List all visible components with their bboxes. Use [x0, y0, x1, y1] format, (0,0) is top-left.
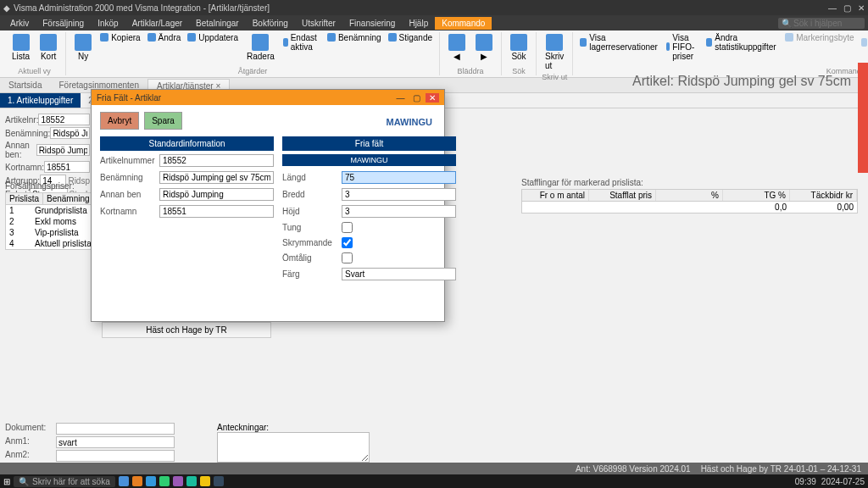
dlg-Annan ben-label: Annan ben	[100, 190, 159, 199]
dialog-close-button[interactable]: ✕	[426, 93, 439, 103]
dlg-Höjd-input[interactable]	[342, 205, 456, 218]
menu-artiklar/lager[interactable]: Artiklar/Lager	[125, 17, 189, 30]
subtab[interactable]: 1. Artikeluppgifter	[0, 93, 81, 108]
task-icon[interactable]	[146, 476, 156, 486]
dlg-Skrymmande-check[interactable]	[342, 237, 353, 248]
rgrid-col: Stafflat pris	[589, 190, 656, 201]
anm1-input[interactable]	[56, 436, 175, 448]
ribbon-kort[interactable]: Kort	[36, 32, 60, 63]
task-icon[interactable]	[159, 476, 170, 486]
ribbon-group-label: Skriv ut	[542, 73, 567, 81]
menu-utskrifter[interactable]: Utskrifter	[295, 17, 342, 30]
ribbon-ny[interactable]: Ny	[71, 32, 95, 63]
ribbon-group-label: Sök	[507, 67, 531, 75]
ribbon-◀[interactable]: ◀	[445, 32, 469, 63]
col2-header: Fria fält	[282, 136, 456, 151]
dlg-Längd-label: Längd	[282, 173, 342, 182]
ribbon-skriv-ut[interactable]: Skriv ut	[542, 32, 567, 72]
task-icon[interactable]	[186, 476, 197, 486]
ribbon-lista[interactable]: Lista	[8, 32, 33, 63]
ribbon-sök[interactable]: Sök	[507, 32, 531, 63]
dialog-max-button[interactable]: ▢	[409, 93, 423, 103]
anteckningar-input[interactable]	[217, 432, 370, 463]
dlg-Bredd-label: Bredd	[282, 190, 342, 199]
ribbon-ändra[interactable]: Ändra	[146, 32, 183, 43]
status-text: Häst och Hage by TR 24-01-01 – 24-12-31	[701, 464, 861, 474]
menu-finansiering[interactable]: Finansiering	[342, 17, 402, 30]
kortnamn-input[interactable]	[44, 161, 90, 173]
anteckningar-label: Anteckningar:	[217, 423, 269, 432]
ribbon-▶[interactable]: ▶	[472, 32, 496, 63]
dlg-Artikelnummer-label: Artikelnummer	[100, 156, 159, 165]
rgrid-col: Täckbidr kr	[790, 190, 857, 201]
ribbon-markeringsbyte: Markeringsbyte	[783, 32, 855, 43]
menu-bokföring[interactable]: Bokföring	[246, 17, 295, 30]
menu-försäljning[interactable]: Försäljning	[36, 17, 91, 30]
menu-kommando[interactable]: Kommando	[435, 17, 492, 30]
anm2-label: Anm2:	[5, 450, 56, 462]
help-search-input[interactable]	[793, 19, 861, 28]
ribbon-visa-fifo-priser[interactable]: Visa FIFO-priser	[665, 32, 701, 62]
dlg-Tung-check[interactable]	[342, 222, 353, 233]
dlg-Längd-input[interactable]	[342, 171, 456, 184]
benamning-label: Benämning:	[5, 129, 50, 138]
menu-betalningar[interactable]: Betalningar	[189, 17, 246, 30]
task-icon[interactable]	[132, 476, 142, 486]
dialog-min-button[interactable]: —	[393, 93, 407, 103]
task-icon[interactable]	[173, 476, 183, 486]
tray-date: 2024-07-25	[821, 477, 865, 486]
dlg-Kortnamn-input[interactable]	[159, 205, 274, 218]
menu-arkiv[interactable]: Arkiv	[3, 17, 36, 30]
close-button[interactable]: ✕	[858, 3, 865, 13]
ribbon-benämning[interactable]: Benämning	[326, 32, 383, 43]
col2-sub: MAWINGU	[282, 154, 456, 166]
dlg-Färg-label: Färg	[282, 269, 342, 279]
dlg-Annan ben-input[interactable]	[159, 188, 274, 201]
rgrid-col: TG %	[723, 190, 790, 201]
dlg-Bredd-input[interactable]	[342, 188, 456, 201]
tab-startsida[interactable]: Startsida	[0, 79, 50, 92]
ribbon-kopiera[interactable]: Kopiera	[98, 32, 142, 43]
pricelist-col: Benämning	[43, 193, 94, 204]
dlg-Höjd-label: Höjd	[282, 207, 342, 216]
artikelnr-input[interactable]	[38, 114, 90, 125]
ribbon-group-label: Aktuell vy	[8, 67, 60, 75]
start-button[interactable]: ⊞	[3, 477, 10, 486]
max-button[interactable]: ▢	[843, 3, 851, 13]
rgrid-row[interactable]: 0,00,00	[522, 202, 857, 213]
status-version: Ant: V668998 Version 2024.01	[576, 464, 691, 474]
dokument-input[interactable]	[56, 423, 175, 435]
menu-inköp[interactable]: Inköp	[91, 17, 125, 30]
taskbar-search[interactable]: 🔍Skriv här för att söka	[14, 476, 115, 487]
task-icon[interactable]	[119, 476, 129, 486]
dlg-Färg-input[interactable]	[342, 268, 456, 280]
ribbon-stigande[interactable]: Stigande	[387, 32, 434, 43]
save-button[interactable]: Spara	[144, 112, 182, 130]
ribbon-radera[interactable]: Radera	[243, 32, 278, 63]
ribbon-uppdatera[interactable]: Uppdatera	[186, 32, 240, 43]
task-icon[interactable]	[214, 476, 224, 486]
anm2-input[interactable]	[56, 450, 175, 462]
task-icon[interactable]	[200, 476, 210, 486]
search-icon: 🔍	[782, 19, 792, 28]
page-title: Artikel: Ridspö Jumping gel sv 75cm	[632, 74, 851, 89]
menu-hjälp[interactable]: Hjälp	[402, 17, 435, 30]
anm1-label: Anm1:	[5, 436, 56, 448]
ribbon-endast-aktiva[interactable]: Endast aktiva	[281, 32, 322, 53]
ribbon-group-label: Bläddra	[445, 67, 496, 75]
staffling-header: Stafflingar för markerad prislista:	[521, 178, 858, 187]
ribbon-ändra-statistikuppgifter[interactable]: Ändra statistikuppgifter	[704, 32, 780, 53]
supplier-box: Häst och Hage by TR	[102, 322, 271, 338]
dlg-Ömtålig-check[interactable]	[342, 252, 353, 263]
dlg-Benämning-input[interactable]	[159, 171, 274, 184]
min-button[interactable]: —	[828, 3, 837, 13]
ribbon-visa-lagerreservationer[interactable]: Visa lagerreservationer	[578, 32, 661, 53]
benamning-input[interactable]	[50, 127, 90, 139]
annan_ben-input[interactable]	[36, 144, 90, 156]
dlg-Benämning-label: Benämning	[100, 173, 159, 182]
cancel-button[interactable]: Avbryt	[100, 112, 139, 130]
annan_ben-label: Annan ben:	[5, 141, 36, 159]
dlg-Artikelnummer-input[interactable]	[159, 154, 274, 167]
dlg-Kortnamn-label: Kortnamn	[100, 207, 159, 216]
app-icon: ◆	[3, 3, 10, 13]
